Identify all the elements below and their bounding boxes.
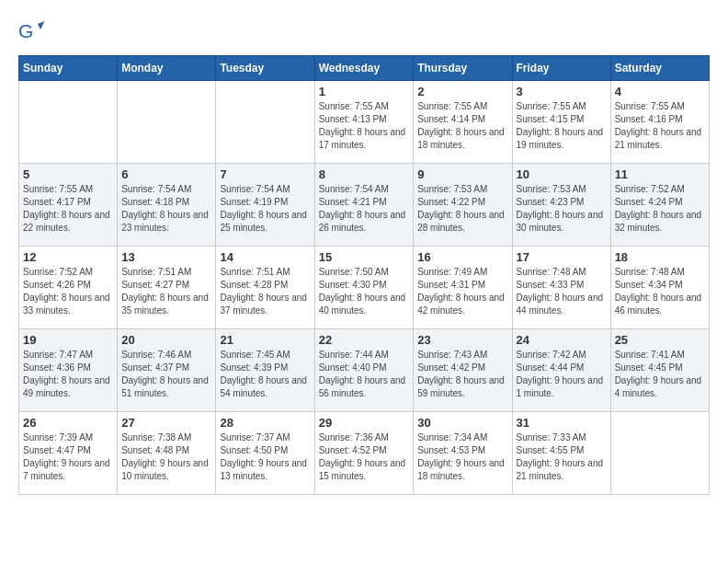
day-number: 6 bbox=[121, 167, 211, 181]
calendar-cell: 10Sunrise: 7:53 AMSunset: 4:23 PMDayligh… bbox=[512, 164, 610, 247]
calendar-header-row: SundayMondayTuesdayWednesdayThursdayFrid… bbox=[19, 56, 710, 81]
calendar-cell: 6Sunrise: 7:54 AMSunset: 4:18 PMDaylight… bbox=[118, 164, 216, 247]
day-number: 16 bbox=[417, 250, 507, 264]
calendar-cell: 3Sunrise: 7:55 AMSunset: 4:15 PMDaylight… bbox=[512, 81, 610, 164]
calendar-cell: 5Sunrise: 7:55 AMSunset: 4:17 PMDaylight… bbox=[19, 164, 118, 247]
day-number: 2 bbox=[417, 85, 507, 98]
day-number: 21 bbox=[220, 333, 310, 347]
logo-icon: G bbox=[18, 18, 46, 46]
day-number: 9 bbox=[417, 167, 507, 181]
day-info: Sunrise: 7:54 AMSunset: 4:21 PMDaylight:… bbox=[319, 183, 410, 235]
day-number: 10 bbox=[517, 167, 607, 181]
day-number: 8 bbox=[319, 167, 410, 181]
day-info: Sunrise: 7:49 AMSunset: 4:31 PMDaylight:… bbox=[417, 266, 507, 317]
day-number: 15 bbox=[319, 250, 410, 264]
calendar-cell: 24Sunrise: 7:42 AMSunset: 4:44 PMDayligh… bbox=[512, 329, 610, 412]
calendar-cell: 19Sunrise: 7:47 AMSunset: 4:36 PMDayligh… bbox=[19, 329, 118, 412]
week-row-1: 1Sunrise: 7:55 AMSunset: 4:13 PMDaylight… bbox=[19, 81, 710, 164]
day-info: Sunrise: 7:55 AMSunset: 4:16 PMDaylight:… bbox=[615, 100, 705, 152]
day-info: Sunrise: 7:54 AMSunset: 4:18 PMDaylight:… bbox=[121, 183, 211, 235]
day-info: Sunrise: 7:33 AMSunset: 4:55 PMDaylight:… bbox=[517, 431, 607, 483]
day-info: Sunrise: 7:43 AMSunset: 4:42 PMDaylight:… bbox=[417, 349, 507, 400]
day-info: Sunrise: 7:46 AMSunset: 4:37 PMDaylight:… bbox=[121, 349, 211, 400]
calendar: SundayMondayTuesdayWednesdayThursdayFrid… bbox=[18, 55, 710, 495]
day-info: Sunrise: 7:50 AMSunset: 4:30 PMDaylight:… bbox=[319, 266, 410, 317]
day-info: Sunrise: 7:34 AMSunset: 4:53 PMDaylight:… bbox=[417, 431, 507, 483]
day-number: 24 bbox=[517, 333, 607, 347]
day-number: 12 bbox=[23, 250, 113, 264]
header-friday: Friday bbox=[512, 56, 610, 81]
calendar-cell: 23Sunrise: 7:43 AMSunset: 4:42 PMDayligh… bbox=[414, 329, 512, 412]
header-monday: Monday bbox=[118, 56, 216, 81]
day-number: 17 bbox=[517, 250, 607, 264]
calendar-cell: 1Sunrise: 7:55 AMSunset: 4:13 PMDaylight… bbox=[314, 81, 414, 164]
day-number: 13 bbox=[121, 250, 211, 264]
day-number: 27 bbox=[121, 416, 211, 430]
day-number: 1 bbox=[319, 85, 410, 98]
week-row-4: 19Sunrise: 7:47 AMSunset: 4:36 PMDayligh… bbox=[19, 329, 710, 412]
calendar-cell: 4Sunrise: 7:55 AMSunset: 4:16 PMDaylight… bbox=[610, 81, 709, 164]
header-thursday: Thursday bbox=[414, 56, 512, 81]
day-number: 19 bbox=[23, 333, 113, 347]
day-info: Sunrise: 7:42 AMSunset: 4:44 PMDaylight:… bbox=[517, 349, 607, 400]
day-info: Sunrise: 7:55 AMSunset: 4:17 PMDaylight:… bbox=[23, 183, 113, 235]
calendar-cell: 14Sunrise: 7:51 AMSunset: 4:28 PMDayligh… bbox=[216, 247, 314, 329]
svg-text:G: G bbox=[18, 20, 33, 41]
day-number: 26 bbox=[23, 416, 113, 430]
day-info: Sunrise: 7:45 AMSunset: 4:39 PMDaylight:… bbox=[220, 349, 310, 400]
calendar-cell: 11Sunrise: 7:52 AMSunset: 4:24 PMDayligh… bbox=[610, 164, 709, 247]
day-info: Sunrise: 7:41 AMSunset: 4:45 PMDaylight:… bbox=[615, 349, 705, 400]
day-info: Sunrise: 7:51 AMSunset: 4:28 PMDaylight:… bbox=[220, 266, 310, 317]
calendar-cell bbox=[118, 81, 216, 164]
logo: G bbox=[18, 18, 48, 46]
day-number: 14 bbox=[220, 250, 310, 264]
calendar-cell: 16Sunrise: 7:49 AMSunset: 4:31 PMDayligh… bbox=[414, 247, 512, 329]
day-info: Sunrise: 7:51 AMSunset: 4:27 PMDaylight:… bbox=[121, 266, 211, 317]
day-info: Sunrise: 7:53 AMSunset: 4:22 PMDaylight:… bbox=[417, 183, 507, 235]
day-number: 29 bbox=[319, 416, 410, 430]
calendar-cell: 26Sunrise: 7:39 AMSunset: 4:47 PMDayligh… bbox=[19, 412, 118, 495]
day-info: Sunrise: 7:47 AMSunset: 4:36 PMDaylight:… bbox=[23, 349, 113, 400]
day-number: 5 bbox=[23, 167, 113, 181]
calendar-cell: 18Sunrise: 7:48 AMSunset: 4:34 PMDayligh… bbox=[610, 247, 709, 329]
day-info: Sunrise: 7:55 AMSunset: 4:14 PMDaylight:… bbox=[417, 100, 507, 152]
calendar-cell: 22Sunrise: 7:44 AMSunset: 4:40 PMDayligh… bbox=[314, 329, 414, 412]
day-info: Sunrise: 7:55 AMSunset: 4:15 PMDaylight:… bbox=[517, 100, 607, 152]
day-info: Sunrise: 7:48 AMSunset: 4:33 PMDaylight:… bbox=[517, 266, 607, 317]
day-info: Sunrise: 7:52 AMSunset: 4:26 PMDaylight:… bbox=[23, 266, 113, 317]
header-tuesday: Tuesday bbox=[216, 56, 314, 81]
calendar-cell: 21Sunrise: 7:45 AMSunset: 4:39 PMDayligh… bbox=[216, 329, 314, 412]
calendar-cell: 13Sunrise: 7:51 AMSunset: 4:27 PMDayligh… bbox=[118, 247, 216, 329]
calendar-cell: 12Sunrise: 7:52 AMSunset: 4:26 PMDayligh… bbox=[19, 247, 118, 329]
day-number: 28 bbox=[220, 416, 310, 430]
calendar-cell bbox=[19, 81, 118, 164]
day-info: Sunrise: 7:52 AMSunset: 4:24 PMDaylight:… bbox=[615, 183, 705, 235]
calendar-cell: 20Sunrise: 7:46 AMSunset: 4:37 PMDayligh… bbox=[118, 329, 216, 412]
day-info: Sunrise: 7:39 AMSunset: 4:47 PMDaylight:… bbox=[23, 431, 113, 483]
header-sunday: Sunday bbox=[19, 56, 118, 81]
week-row-3: 12Sunrise: 7:52 AMSunset: 4:26 PMDayligh… bbox=[19, 247, 710, 329]
day-number: 31 bbox=[517, 416, 607, 430]
calendar-cell: 7Sunrise: 7:54 AMSunset: 4:19 PMDaylight… bbox=[216, 164, 314, 247]
day-info: Sunrise: 7:44 AMSunset: 4:40 PMDaylight:… bbox=[319, 349, 410, 400]
day-number: 23 bbox=[417, 333, 507, 347]
day-info: Sunrise: 7:48 AMSunset: 4:34 PMDaylight:… bbox=[615, 266, 705, 317]
header: G bbox=[18, 18, 710, 46]
day-number: 18 bbox=[615, 250, 705, 264]
day-info: Sunrise: 7:54 AMSunset: 4:19 PMDaylight:… bbox=[220, 183, 310, 235]
week-row-2: 5Sunrise: 7:55 AMSunset: 4:17 PMDaylight… bbox=[19, 164, 710, 247]
day-number: 7 bbox=[220, 167, 310, 181]
day-number: 11 bbox=[615, 167, 705, 181]
calendar-cell: 29Sunrise: 7:36 AMSunset: 4:52 PMDayligh… bbox=[314, 412, 414, 495]
calendar-cell bbox=[610, 412, 709, 495]
calendar-cell: 30Sunrise: 7:34 AMSunset: 4:53 PMDayligh… bbox=[414, 412, 512, 495]
header-saturday: Saturday bbox=[610, 56, 709, 81]
day-info: Sunrise: 7:38 AMSunset: 4:48 PMDaylight:… bbox=[121, 431, 211, 483]
day-number: 25 bbox=[615, 333, 705, 347]
day-info: Sunrise: 7:53 AMSunset: 4:23 PMDaylight:… bbox=[517, 183, 607, 235]
calendar-cell bbox=[216, 81, 314, 164]
calendar-cell: 25Sunrise: 7:41 AMSunset: 4:45 PMDayligh… bbox=[610, 329, 709, 412]
calendar-cell: 31Sunrise: 7:33 AMSunset: 4:55 PMDayligh… bbox=[512, 412, 610, 495]
day-info: Sunrise: 7:36 AMSunset: 4:52 PMDaylight:… bbox=[319, 431, 410, 483]
header-wednesday: Wednesday bbox=[314, 56, 414, 81]
